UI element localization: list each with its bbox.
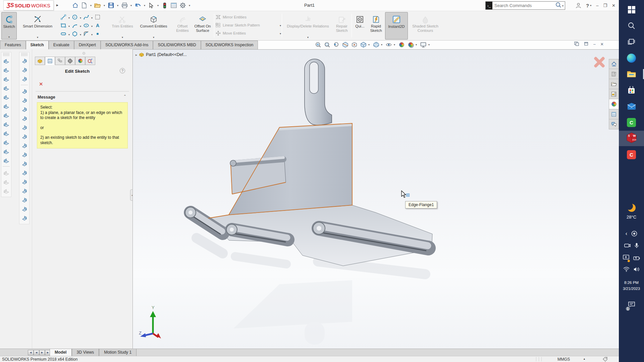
tree-item-label[interactable]: Part1 (Default<<Def... (146, 52, 187, 57)
sheet-metal-tool-icon[interactable] (19, 205, 29, 214)
microsoft-store-icon[interactable] (619, 82, 644, 98)
text-tool-icon[interactable]: A (94, 22, 101, 29)
command-tab[interactable]: Sketch (26, 41, 49, 49)
search-input[interactable] (492, 3, 555, 8)
next-tab-button[interactable]: ▶ (39, 350, 45, 355)
view-settings-icon[interactable] (419, 41, 427, 48)
sketch-annotation-icon[interactable]: A (350, 41, 358, 48)
sheet-metal-tool-icon[interactable] (1, 93, 11, 102)
sheet-metal-tool-icon[interactable] (19, 132, 29, 141)
instant2d-button[interactable]: Instant2D (385, 12, 408, 40)
sheet-metal-tool-icon[interactable] (1, 178, 11, 187)
tab-dimxpert-manager[interactable] (65, 57, 75, 65)
zoom-to-area-icon[interactable] (323, 41, 331, 48)
webcam-icon[interactable] (624, 243, 631, 248)
toolbar-drag-handle[interactable] (3, 53, 10, 56)
apply-scene-dropdown[interactable] (416, 43, 418, 46)
first-tab-button[interactable]: ◀ (28, 350, 34, 355)
sheet-metal-tool-icon[interactable] (1, 156, 11, 165)
custom-properties-icon[interactable] (609, 109, 619, 119)
help-icon[interactable]: ? (586, 3, 591, 8)
temperature-label[interactable]: 28°C (619, 215, 644, 220)
smart-dimension-button[interactable]: Smart Dimension (19, 12, 56, 40)
previous-view-icon[interactable] (332, 41, 340, 48)
document-tab[interactable]: Model (50, 349, 72, 356)
fillet-tool-icon[interactable] (83, 30, 90, 38)
sheet-metal-tool-icon[interactable] (1, 187, 11, 196)
speaker-icon[interactable] (634, 267, 640, 272)
zoom-to-fit-icon[interactable] (314, 41, 322, 48)
doc-restore-icon[interactable] (584, 42, 589, 47)
polygon-tool-icon[interactable] (71, 30, 78, 38)
solidworks-taskbar-icon[interactable]: SW2018 (619, 131, 644, 146)
sheet-metal-tool-icon[interactable] (19, 96, 29, 105)
rectangle-tool-icon[interactable] (60, 22, 67, 29)
sheet-metal-tool-icon[interactable] (19, 87, 29, 96)
rapid-sketch-button[interactable]: Rapid Sketch (368, 12, 384, 40)
apply-scene-icon[interactable] (407, 41, 415, 48)
line-tool-icon[interactable] (60, 13, 67, 21)
sketch-button[interactable]: Sketch (1, 12, 17, 40)
sheet-metal-tool-icon[interactable] (19, 169, 29, 178)
sheet-metal-tool-icon[interactable] (19, 75, 29, 84)
panel-cancel-icon[interactable]: ✕ (39, 81, 43, 87)
show-hidden-icons-chevron[interactable]: ‹ (626, 231, 627, 237)
exit-sketch-corner-icon[interactable] (592, 54, 607, 70)
sheet-metal-tool-icon[interactable] (1, 57, 11, 66)
circle-tool-icon[interactable] (71, 13, 78, 21)
slot-tool-icon[interactable] (60, 30, 67, 38)
sheet-metal-tool-icon[interactable] (19, 187, 29, 196)
microphone-icon[interactable] (635, 243, 639, 248)
feature-tree-root[interactable]: ▸ Part1 (Default<<Def... (136, 52, 187, 57)
file-explorer-icon[interactable] (609, 79, 619, 89)
prev-tab-button[interactable]: ◀ (34, 350, 39, 355)
sheet-metal-tool-icon[interactable] (1, 75, 11, 84)
restore-button[interactable]: ❐ (603, 3, 607, 8)
sheet-metal-tool-icon[interactable] (19, 57, 29, 66)
view-palette-icon[interactable] (609, 89, 619, 99)
sheet-metal-tool-icon[interactable] (19, 160, 29, 169)
sheet-metal-tool-icon[interactable] (1, 84, 11, 93)
line-dropdown[interactable] (67, 14, 71, 20)
sheet-metal-tool-icon[interactable] (19, 196, 29, 205)
sheet-metal-tool-icon[interactable] (19, 141, 29, 150)
view-orientation-dropdown[interactable] (368, 43, 371, 46)
ellipse-dropdown[interactable] (90, 22, 94, 28)
offset-on-surface-button[interactable]: Offset On Surface (193, 12, 213, 40)
camtasia-green-icon[interactable]: C (619, 115, 644, 130)
convert-entities-button[interactable]: Convert Entities (137, 12, 170, 40)
sheet-metal-tool-icon[interactable] (19, 214, 29, 223)
command-tab[interactable]: Features (0, 41, 26, 49)
sheet-metal-tool-icon[interactable] (1, 66, 11, 75)
sheet-metal-tool-icon[interactable] (19, 178, 29, 187)
appearances-scenes-icon[interactable] (609, 99, 619, 109)
edge-browser-icon[interactable] (619, 50, 644, 66)
units-selector[interactable]: MMGS (557, 357, 570, 362)
sheet-metal-tool-icon[interactable] (21, 85, 28, 87)
tab-display-manager[interactable] (75, 57, 85, 65)
sheet-metal-tool-icon[interactable] (1, 120, 11, 129)
document-tab[interactable]: Motion Study 1 (99, 349, 137, 356)
arc-dropdown[interactable] (79, 22, 82, 28)
help-dropdown[interactable] (590, 4, 591, 7)
command-tab[interactable]: SOLIDWORKS Add-Ins (101, 41, 153, 49)
sheet-metal-tool-icon[interactable] (1, 111, 11, 120)
task-view-button[interactable] (619, 34, 644, 50)
display-style-dropdown[interactable] (381, 43, 384, 46)
smart-dimension-dropdown[interactable] (37, 35, 38, 39)
command-tab[interactable]: DimXpert (74, 41, 101, 49)
sheet-metal-tool-icon[interactable] (1, 147, 11, 156)
spline-tool-icon[interactable] (83, 13, 90, 21)
graphics-viewport[interactable]: ▸ Part1 (Default<<Def... Edge-Flange1 Y (132, 49, 619, 349)
home-tab-icon[interactable] (609, 59, 619, 69)
quick-snaps-button[interactable]: Qui... (353, 12, 367, 40)
sheet-metal-tool-icon[interactable] (3, 166, 10, 169)
panel-resize-nub[interactable] (83, 52, 85, 55)
tab-cam-manager[interactable] (85, 57, 95, 65)
hide-show-dropdown[interactable] (394, 43, 396, 46)
solidworks-forum-icon[interactable] (609, 119, 619, 129)
wifi-icon[interactable] (623, 267, 630, 272)
search-magnifier-icon[interactable] (555, 2, 561, 9)
file-explorer-taskbar-icon[interactable] (619, 66, 644, 82)
view-orientation-icon[interactable] (359, 41, 367, 48)
